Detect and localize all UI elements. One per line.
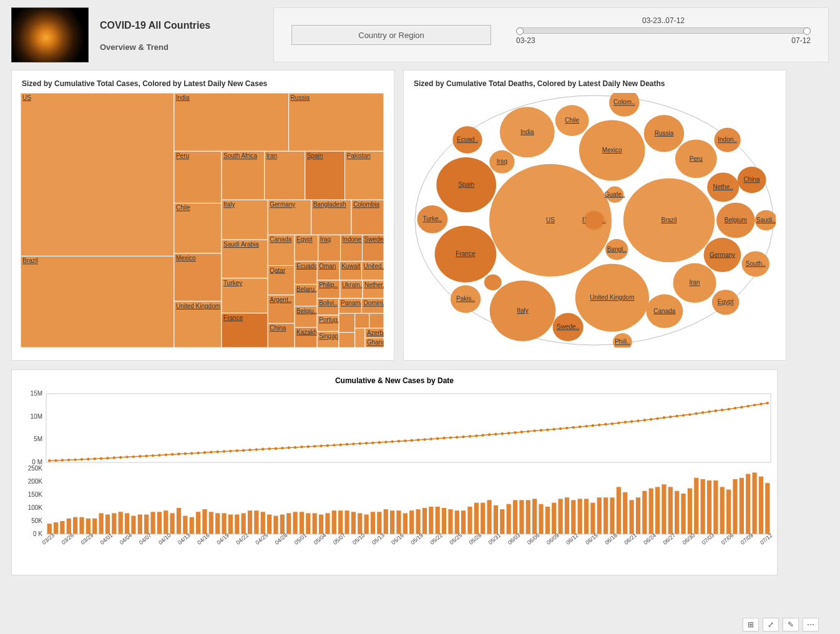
bar[interactable] <box>131 516 135 534</box>
bar[interactable] <box>293 512 297 534</box>
line-point[interactable] <box>223 450 225 452</box>
line-point[interactable] <box>197 452 199 454</box>
timechart[interactable]: 0 M5M10M15M0 K50K100K150K200K250K03/2303… <box>12 388 777 575</box>
bar[interactable] <box>177 508 181 534</box>
line-point[interactable] <box>721 409 723 411</box>
bar[interactable] <box>519 500 524 534</box>
line-point[interactable] <box>442 437 445 439</box>
line-point[interactable] <box>371 441 374 444</box>
line-point[interactable] <box>565 427 568 429</box>
bar[interactable] <box>242 513 246 534</box>
bar[interactable] <box>313 513 317 534</box>
line-point[interactable] <box>113 456 115 459</box>
treemap-cell[interactable] <box>174 93 289 151</box>
line-point[interactable] <box>417 439 419 441</box>
bar[interactable] <box>235 515 239 535</box>
slider-track[interactable] <box>516 27 811 34</box>
bar[interactable] <box>642 491 647 534</box>
edit-button[interactable]: ✎ <box>783 618 799 632</box>
bar[interactable] <box>377 512 381 534</box>
bar[interactable] <box>92 519 97 534</box>
bar[interactable] <box>105 515 110 535</box>
bar[interactable] <box>461 510 466 534</box>
line-point[interactable] <box>320 444 322 447</box>
line-point[interactable] <box>54 459 57 462</box>
line-point[interactable] <box>747 405 750 407</box>
bar[interactable] <box>726 490 731 534</box>
bar[interactable] <box>286 513 291 534</box>
focus-mode-button[interactable]: ⤢ <box>763 618 779 632</box>
line-point[interactable] <box>236 449 238 452</box>
bar[interactable] <box>707 480 711 534</box>
line-point[interactable] <box>346 443 348 446</box>
line-point[interactable] <box>572 426 575 429</box>
bar[interactable] <box>300 512 304 534</box>
bar[interactable] <box>390 510 394 534</box>
line-point[interactable] <box>715 409 717 412</box>
line-point[interactable] <box>637 419 639 422</box>
bar[interactable] <box>487 500 491 534</box>
line-point[interactable] <box>203 451 206 454</box>
bar[interactable] <box>455 510 459 534</box>
bar[interactable] <box>752 472 756 534</box>
line-point[interactable] <box>165 454 167 456</box>
line-point[interactable] <box>281 447 283 449</box>
line-point[interactable] <box>352 442 354 445</box>
line-point[interactable] <box>759 402 762 405</box>
line-point[interactable] <box>669 416 672 418</box>
bar[interactable] <box>617 487 621 534</box>
bar[interactable] <box>254 510 258 534</box>
bar[interactable] <box>54 522 58 534</box>
bar[interactable] <box>467 507 472 534</box>
bar[interactable] <box>558 499 562 534</box>
line-point[interactable] <box>436 437 439 440</box>
bar[interactable] <box>273 516 278 534</box>
bar[interactable] <box>403 513 408 534</box>
line-point[interactable] <box>313 445 316 447</box>
line-point[interactable] <box>74 458 76 461</box>
bar[interactable] <box>384 509 388 534</box>
bar[interactable] <box>248 510 252 534</box>
line-point[interactable] <box>617 421 620 424</box>
treemap-chart[interactable]: USBrazilIndiaRussiaPeruChileMexicoUnited… <box>21 93 384 348</box>
line-point[interactable] <box>177 452 180 455</box>
line-point[interactable] <box>300 446 303 448</box>
line-point[interactable] <box>171 453 173 456</box>
bar[interactable] <box>448 509 452 534</box>
bar[interactable] <box>765 483 769 534</box>
bubble[interactable] <box>484 275 502 291</box>
bar[interactable] <box>694 478 698 534</box>
bar[interactable] <box>513 500 517 534</box>
line-point[interactable] <box>546 429 549 431</box>
line-point[interactable] <box>61 459 64 461</box>
line-point[interactable] <box>533 429 535 432</box>
line-point[interactable] <box>663 416 665 419</box>
line-point[interactable] <box>81 458 83 461</box>
line-point[interactable] <box>94 457 96 460</box>
line-point[interactable] <box>475 434 477 437</box>
bar[interactable] <box>759 477 763 534</box>
bar[interactable] <box>526 500 530 534</box>
line-point[interactable] <box>326 444 329 447</box>
line-point[interactable] <box>359 442 361 445</box>
country-region-filter-button[interactable]: Country or Region <box>291 25 491 45</box>
bar[interactable] <box>215 513 220 534</box>
line-point[interactable] <box>507 432 510 434</box>
line-point[interactable] <box>145 455 147 457</box>
line-point[interactable] <box>275 447 277 450</box>
line-point[interactable] <box>708 411 710 413</box>
bar[interactable] <box>481 503 485 534</box>
line-point[interactable] <box>384 441 387 443</box>
bar[interactable] <box>338 510 343 534</box>
bar[interactable] <box>500 509 504 534</box>
bar[interactable] <box>603 497 608 534</box>
line-point[interactable] <box>501 432 504 435</box>
bar[interactable] <box>720 487 725 534</box>
line-point[interactable] <box>740 406 743 408</box>
more-options-button[interactable]: ⋯ <box>803 618 819 632</box>
bar[interactable] <box>112 513 116 534</box>
line-point[interactable] <box>585 425 587 427</box>
line-point[interactable] <box>294 446 296 449</box>
line-point[interactable] <box>482 434 484 436</box>
line-point[interactable] <box>106 457 109 459</box>
